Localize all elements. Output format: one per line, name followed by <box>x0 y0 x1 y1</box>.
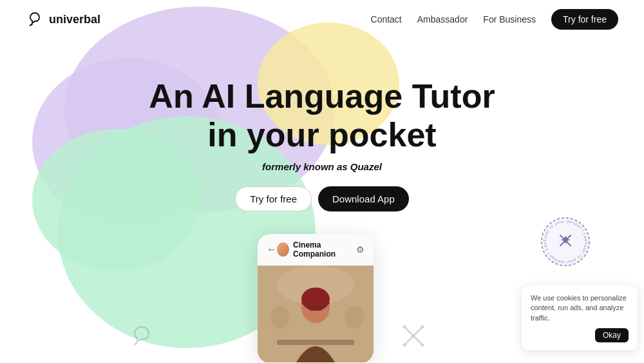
stamp-svg: Tutor in your pocket • Language Tutor in… <box>540 216 591 268</box>
logo-icon <box>26 10 44 28</box>
nav-ambassador[interactable]: Ambassador <box>417 14 468 25</box>
svg-point-23 <box>421 326 424 329</box>
nav-for-business[interactable]: For Business <box>483 14 536 25</box>
hero-title: An AI Language Tutor in your pocket <box>149 77 495 155</box>
phone-frame: ← Cinema Companion ⚙ <box>258 234 374 363</box>
svg-point-24 <box>412 335 415 338</box>
cookie-banner: We use cookies to personalize content, r… <box>522 286 638 350</box>
phone-header: ← Cinema Companion ⚙ <box>258 234 374 266</box>
cookie-okay-button[interactable]: Okay <box>595 328 629 342</box>
decorative-cross-icon <box>402 324 425 350</box>
nav-try-free-button[interactable]: Try for free <box>551 9 618 30</box>
bottom-logo-icon <box>129 322 155 350</box>
hero-buttons: Try for free Download App <box>235 186 409 211</box>
svg-point-12 <box>345 306 364 329</box>
svg-point-22 <box>403 326 406 329</box>
svg-point-25 <box>403 344 406 347</box>
download-app-button[interactable]: Download App <box>318 186 409 211</box>
phone-settings-button[interactable]: ⚙ <box>356 244 365 255</box>
phone-back-button[interactable]: ← <box>267 244 277 255</box>
svg-point-26 <box>421 344 424 347</box>
svg-point-11 <box>270 306 290 329</box>
phone-avatar <box>277 242 289 257</box>
try-for-free-button[interactable]: Try for free <box>235 186 312 211</box>
stamp-badge: Tutor in your pocket • Language Tutor in… <box>540 216 591 268</box>
logo[interactable]: univerbal <box>26 10 100 28</box>
nav-links: Contact Ambassador For Business Try for … <box>371 9 618 30</box>
logo-text: univerbal <box>49 13 100 26</box>
phone-mockup: ← Cinema Companion ⚙ <box>258 234 386 363</box>
phone-contact: Cinema Companion <box>277 240 356 259</box>
phone-chat-image <box>258 266 374 362</box>
svg-rect-13 <box>277 340 354 345</box>
navbar: univerbal Contact Ambassador For Busines… <box>0 0 644 39</box>
nav-contact[interactable]: Contact <box>371 14 402 25</box>
hero-subtitle: formerly known as Quazel <box>262 161 382 172</box>
cookie-message: We use cookies to personalize content, r… <box>531 293 629 323</box>
hero-section: An AI Language Tutor in your pocket form… <box>0 39 644 211</box>
